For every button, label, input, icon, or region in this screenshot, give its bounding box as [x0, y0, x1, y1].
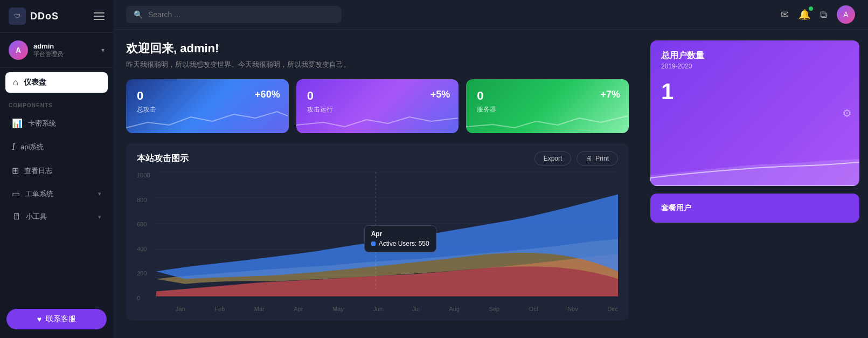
nav-card-label: 卡密系统: [28, 119, 56, 128]
svg-point-7: [373, 234, 379, 239]
stat-card-running-attack: 0 攻击运行 +5%: [296, 79, 459, 133]
sidebar-header: 🛡 DDoS: [0, 0, 113, 33]
nav-dashboard-label: 仪表盘: [24, 78, 46, 87]
search-input[interactable]: [148, 10, 334, 19]
main-content: 🔍 ✉ 🔔 ⧉ A 欢迎回来, admin! 昨天我很聪明，所以我想改变世界。今…: [113, 0, 868, 338]
content-area: 欢迎回来, admin! 昨天我很聪明，所以我想改变世界。今天我很聪明，所以我要…: [113, 30, 868, 338]
chart-container: 1000 800 600 400 200 0: [137, 172, 618, 312]
content-main: 欢迎回来, admin! 昨天我很聪明，所以我想改变世界。今天我很聪明，所以我要…: [113, 30, 642, 338]
sidebar-item-tools[interactable]: 🖥 小工具 ▾: [3, 206, 110, 227]
api-icon: I: [12, 141, 15, 153]
print-label: Print: [595, 155, 609, 162]
tools-icon: 🖥: [12, 212, 20, 222]
package-card: 套餐用户: [650, 194, 859, 223]
search-icon: 🔍: [134, 10, 143, 19]
y-axis: 1000 800 600 400 200 0: [137, 172, 156, 301]
user-count-card: 总用户数量 2019-2020 1 ⚙: [650, 40, 859, 186]
contact-button[interactable]: ♥ 联系客服: [6, 309, 107, 329]
stat-cards: 0 总攻击 +60% 0 攻击运行 +5% 0: [126, 79, 629, 133]
chart-actions: Export 🖨 Print: [534, 151, 618, 165]
topbar: 🔍 ✉ 🔔 ⧉ A: [113, 0, 868, 30]
sidebar-item-card[interactable]: 📊 卡密系统: [3, 113, 110, 134]
heart-icon: ♥: [37, 315, 41, 323]
running-attack-percent: +5%: [430, 89, 450, 100]
chart-header: 本站攻击图示 Export 🖨 Print: [137, 151, 618, 165]
bell-icon[interactable]: 🔔: [798, 9, 810, 20]
log-icon: ⊞: [12, 165, 19, 176]
chevron-right-icon2: ▾: [98, 213, 101, 220]
nav-tools-label: 小工具: [26, 212, 47, 222]
user-avatar-topbar[interactable]: A: [837, 5, 855, 24]
dashboard-icon: ⌂: [13, 78, 18, 87]
welcome-title: 欢迎回来, admin!: [126, 40, 629, 57]
user-area[interactable]: A admin 平台管理员 ▾: [0, 33, 113, 68]
user-name: admin: [33, 42, 96, 50]
server-value: 0: [477, 89, 618, 103]
chart-title: 本站攻击图示: [137, 153, 189, 164]
sidebar-item-log[interactable]: ⊞ 查看日志: [3, 160, 110, 181]
nav-api-label: api系统: [20, 142, 44, 152]
chevron-right-icon: ▾: [98, 190, 101, 197]
print-button[interactable]: 🖨 Print: [577, 151, 618, 165]
sidebar-item-ticket[interactable]: ▭ 工单系统 ▾: [3, 183, 110, 204]
logo-area: 🛡 DDoS: [9, 8, 59, 25]
export-label: Export: [544, 155, 563, 162]
user-count-title: 总用户数量: [661, 50, 849, 61]
nav-item-dashboard[interactable]: ⌂ 仪表盘: [5, 72, 108, 93]
notification-badge: [809, 6, 813, 11]
search-box[interactable]: 🔍: [126, 6, 342, 23]
gear-icon[interactable]: ⚙: [842, 107, 852, 120]
chevron-down-icon: ▾: [101, 46, 105, 54]
x-axis: Jan Feb Mar Apr May Jun Jul Aug Sep Oct …: [176, 306, 618, 312]
welcome-subtitle: 昨天我很聪明，所以我想改变世界。今天我很聪明，所以我要改变自己。: [126, 60, 629, 70]
print-icon: 🖨: [586, 155, 592, 162]
stat-card-server: 0 服务器 +7%: [466, 79, 629, 133]
nav-log-label: 查看日志: [24, 166, 52, 176]
layers-icon[interactable]: ⧉: [820, 9, 827, 20]
server-percent: +7%: [600, 89, 620, 100]
running-attack-value: 0: [307, 89, 448, 103]
components-label: COMPONENTS: [0, 97, 113, 112]
total-attack-percent: +60%: [255, 89, 280, 100]
logo-text: DDoS: [30, 11, 59, 22]
mail-icon[interactable]: ✉: [781, 9, 789, 20]
user-count-year: 2019-2020: [661, 63, 849, 70]
export-button[interactable]: Export: [534, 151, 572, 165]
hamburger-menu[interactable]: [94, 12, 105, 20]
sidebar-item-api[interactable]: I api系统: [3, 136, 110, 158]
chart-svg-area: Apr Active Users: 550 Jan Feb Mar Apr: [156, 172, 618, 312]
chart-icon: 📊: [12, 118, 23, 128]
nav-ticket-label: 工单系统: [25, 189, 53, 199]
logo-icon: 🛡: [9, 8, 26, 25]
topbar-icons: ✉ 🔔 ⧉ A: [781, 5, 855, 24]
stat-card-total-attack: 0 总攻击 +60%: [126, 79, 289, 133]
avatar: A: [9, 40, 28, 60]
package-title: 套餐用户: [661, 203, 849, 213]
sidebar: 🛡 DDoS A admin 平台管理员 ▾ ⌂ 仪表盘 COMPONENTS …: [0, 0, 113, 338]
right-panel: 总用户数量 2019-2020 1 ⚙ 套餐用户: [642, 30, 868, 338]
chart-section: 本站攻击图示 Export 🖨 Print 1000 80: [126, 143, 629, 321]
user-count-value: 1: [661, 79, 849, 105]
ticket-icon: ▭: [12, 189, 20, 199]
user-role: 平台管理员: [33, 50, 96, 58]
